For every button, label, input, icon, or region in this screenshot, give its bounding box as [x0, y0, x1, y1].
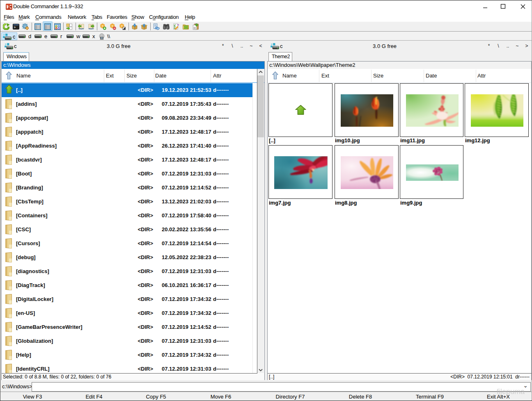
svg-text:>: >	[14, 26, 16, 29]
